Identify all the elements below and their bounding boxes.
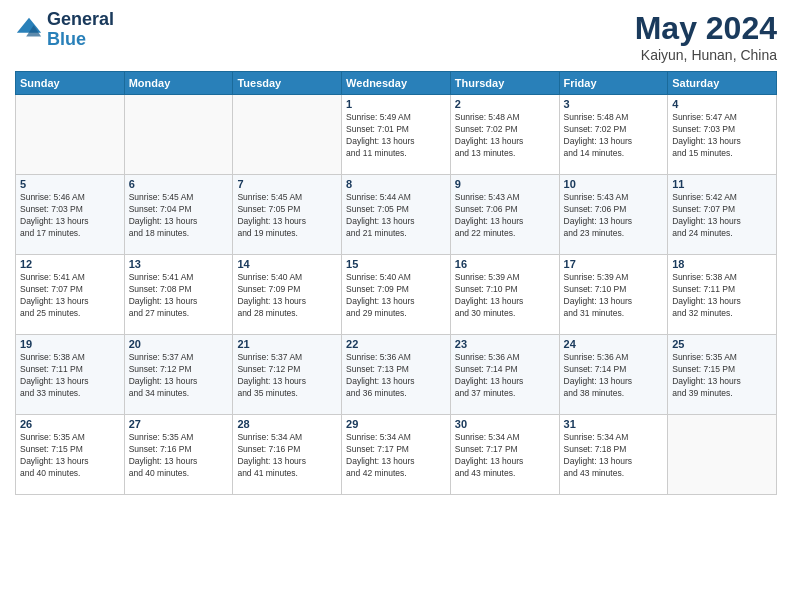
day-info: Sunrise: 5:47 AM Sunset: 7:03 PM Dayligh… — [672, 112, 772, 160]
calendar-cell: 17Sunrise: 5:39 AM Sunset: 7:10 PM Dayli… — [559, 255, 668, 335]
calendar-week-5: 26Sunrise: 5:35 AM Sunset: 7:15 PM Dayli… — [16, 415, 777, 495]
day-info: Sunrise: 5:38 AM Sunset: 7:11 PM Dayligh… — [20, 352, 120, 400]
day-number: 22 — [346, 338, 446, 350]
day-info: Sunrise: 5:36 AM Sunset: 7:14 PM Dayligh… — [564, 352, 664, 400]
calendar-cell: 7Sunrise: 5:45 AM Sunset: 7:05 PM Daylig… — [233, 175, 342, 255]
day-info: Sunrise: 5:49 AM Sunset: 7:01 PM Dayligh… — [346, 112, 446, 160]
weekday-header-tuesday: Tuesday — [233, 72, 342, 95]
calendar-cell — [124, 95, 233, 175]
calendar-cell: 6Sunrise: 5:45 AM Sunset: 7:04 PM Daylig… — [124, 175, 233, 255]
title-block: May 2024 Kaiyun, Hunan, China — [635, 10, 777, 63]
day-info: Sunrise: 5:37 AM Sunset: 7:12 PM Dayligh… — [129, 352, 229, 400]
calendar-cell: 14Sunrise: 5:40 AM Sunset: 7:09 PM Dayli… — [233, 255, 342, 335]
day-info: Sunrise: 5:39 AM Sunset: 7:10 PM Dayligh… — [564, 272, 664, 320]
calendar-cell: 29Sunrise: 5:34 AM Sunset: 7:17 PM Dayli… — [342, 415, 451, 495]
day-info: Sunrise: 5:34 AM Sunset: 7:17 PM Dayligh… — [455, 432, 555, 480]
day-info: Sunrise: 5:41 AM Sunset: 7:08 PM Dayligh… — [129, 272, 229, 320]
day-number: 16 — [455, 258, 555, 270]
calendar-cell: 5Sunrise: 5:46 AM Sunset: 7:03 PM Daylig… — [16, 175, 125, 255]
day-info: Sunrise: 5:48 AM Sunset: 7:02 PM Dayligh… — [564, 112, 664, 160]
day-info: Sunrise: 5:40 AM Sunset: 7:09 PM Dayligh… — [237, 272, 337, 320]
day-number: 1 — [346, 98, 446, 110]
calendar-cell: 9Sunrise: 5:43 AM Sunset: 7:06 PM Daylig… — [450, 175, 559, 255]
day-number: 23 — [455, 338, 555, 350]
calendar-cell: 4Sunrise: 5:47 AM Sunset: 7:03 PM Daylig… — [668, 95, 777, 175]
weekday-header-monday: Monday — [124, 72, 233, 95]
day-info: Sunrise: 5:34 AM Sunset: 7:17 PM Dayligh… — [346, 432, 446, 480]
calendar-cell: 8Sunrise: 5:44 AM Sunset: 7:05 PM Daylig… — [342, 175, 451, 255]
calendar-cell: 16Sunrise: 5:39 AM Sunset: 7:10 PM Dayli… — [450, 255, 559, 335]
location-title: Kaiyun, Hunan, China — [635, 47, 777, 63]
logo: General Blue — [15, 10, 114, 50]
page-container: General Blue May 2024 Kaiyun, Hunan, Chi… — [0, 0, 792, 505]
calendar-week-2: 5Sunrise: 5:46 AM Sunset: 7:03 PM Daylig… — [16, 175, 777, 255]
day-info: Sunrise: 5:43 AM Sunset: 7:06 PM Dayligh… — [564, 192, 664, 240]
day-number: 14 — [237, 258, 337, 270]
day-number: 6 — [129, 178, 229, 190]
day-info: Sunrise: 5:42 AM Sunset: 7:07 PM Dayligh… — [672, 192, 772, 240]
calendar-cell: 12Sunrise: 5:41 AM Sunset: 7:07 PM Dayli… — [16, 255, 125, 335]
day-info: Sunrise: 5:46 AM Sunset: 7:03 PM Dayligh… — [20, 192, 120, 240]
calendar-week-4: 19Sunrise: 5:38 AM Sunset: 7:11 PM Dayli… — [16, 335, 777, 415]
page-header: General Blue May 2024 Kaiyun, Hunan, Chi… — [15, 10, 777, 63]
day-number: 19 — [20, 338, 120, 350]
day-info: Sunrise: 5:36 AM Sunset: 7:13 PM Dayligh… — [346, 352, 446, 400]
day-number: 26 — [20, 418, 120, 430]
day-number: 12 — [20, 258, 120, 270]
day-number: 10 — [564, 178, 664, 190]
day-number: 7 — [237, 178, 337, 190]
calendar-cell — [16, 95, 125, 175]
day-number: 24 — [564, 338, 664, 350]
day-number: 13 — [129, 258, 229, 270]
calendar-cell: 27Sunrise: 5:35 AM Sunset: 7:16 PM Dayli… — [124, 415, 233, 495]
day-info: Sunrise: 5:34 AM Sunset: 7:16 PM Dayligh… — [237, 432, 337, 480]
logo-text: General Blue — [47, 10, 114, 50]
day-number: 28 — [237, 418, 337, 430]
day-number: 17 — [564, 258, 664, 270]
day-info: Sunrise: 5:44 AM Sunset: 7:05 PM Dayligh… — [346, 192, 446, 240]
day-number: 5 — [20, 178, 120, 190]
day-number: 4 — [672, 98, 772, 110]
day-info: Sunrise: 5:35 AM Sunset: 7:15 PM Dayligh… — [672, 352, 772, 400]
day-number: 15 — [346, 258, 446, 270]
calendar-cell: 13Sunrise: 5:41 AM Sunset: 7:08 PM Dayli… — [124, 255, 233, 335]
calendar-week-3: 12Sunrise: 5:41 AM Sunset: 7:07 PM Dayli… — [16, 255, 777, 335]
day-info: Sunrise: 5:35 AM Sunset: 7:16 PM Dayligh… — [129, 432, 229, 480]
day-info: Sunrise: 5:41 AM Sunset: 7:07 PM Dayligh… — [20, 272, 120, 320]
day-info: Sunrise: 5:43 AM Sunset: 7:06 PM Dayligh… — [455, 192, 555, 240]
day-number: 11 — [672, 178, 772, 190]
day-number: 18 — [672, 258, 772, 270]
weekday-header-wednesday: Wednesday — [342, 72, 451, 95]
calendar-cell: 15Sunrise: 5:40 AM Sunset: 7:09 PM Dayli… — [342, 255, 451, 335]
calendar-cell: 3Sunrise: 5:48 AM Sunset: 7:02 PM Daylig… — [559, 95, 668, 175]
day-number: 2 — [455, 98, 555, 110]
day-info: Sunrise: 5:40 AM Sunset: 7:09 PM Dayligh… — [346, 272, 446, 320]
day-number: 8 — [346, 178, 446, 190]
calendar-cell: 30Sunrise: 5:34 AM Sunset: 7:17 PM Dayli… — [450, 415, 559, 495]
svg-marker-0 — [17, 18, 41, 33]
calendar-cell: 28Sunrise: 5:34 AM Sunset: 7:16 PM Dayli… — [233, 415, 342, 495]
day-info: Sunrise: 5:35 AM Sunset: 7:15 PM Dayligh… — [20, 432, 120, 480]
calendar-cell: 19Sunrise: 5:38 AM Sunset: 7:11 PM Dayli… — [16, 335, 125, 415]
month-title: May 2024 — [635, 10, 777, 47]
day-number: 25 — [672, 338, 772, 350]
calendar-cell: 22Sunrise: 5:36 AM Sunset: 7:13 PM Dayli… — [342, 335, 451, 415]
calendar-table: SundayMondayTuesdayWednesdayThursdayFrid… — [15, 71, 777, 495]
weekday-header-friday: Friday — [559, 72, 668, 95]
day-info: Sunrise: 5:38 AM Sunset: 7:11 PM Dayligh… — [672, 272, 772, 320]
calendar-cell: 25Sunrise: 5:35 AM Sunset: 7:15 PM Dayli… — [668, 335, 777, 415]
day-info: Sunrise: 5:37 AM Sunset: 7:12 PM Dayligh… — [237, 352, 337, 400]
day-number: 3 — [564, 98, 664, 110]
day-number: 27 — [129, 418, 229, 430]
weekday-header-sunday: Sunday — [16, 72, 125, 95]
calendar-cell — [233, 95, 342, 175]
calendar-cell: 18Sunrise: 5:38 AM Sunset: 7:11 PM Dayli… — [668, 255, 777, 335]
logo-icon — [15, 16, 43, 44]
calendar-week-1: 1Sunrise: 5:49 AM Sunset: 7:01 PM Daylig… — [16, 95, 777, 175]
calendar-cell: 20Sunrise: 5:37 AM Sunset: 7:12 PM Dayli… — [124, 335, 233, 415]
day-info: Sunrise: 5:36 AM Sunset: 7:14 PM Dayligh… — [455, 352, 555, 400]
calendar-cell: 10Sunrise: 5:43 AM Sunset: 7:06 PM Dayli… — [559, 175, 668, 255]
weekday-header-row: SundayMondayTuesdayWednesdayThursdayFrid… — [16, 72, 777, 95]
day-number: 20 — [129, 338, 229, 350]
day-info: Sunrise: 5:45 AM Sunset: 7:04 PM Dayligh… — [129, 192, 229, 240]
